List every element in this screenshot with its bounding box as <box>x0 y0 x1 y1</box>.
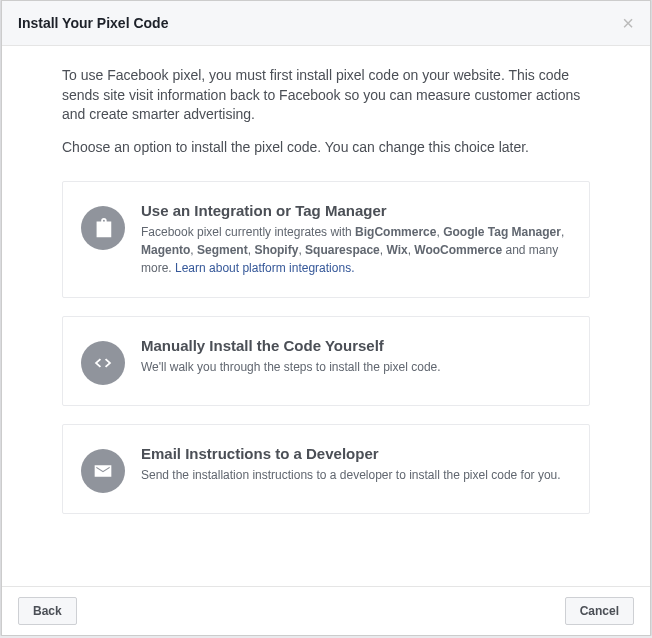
modal-body: To use Facebook pixel, you must first in… <box>2 46 650 586</box>
option-content: Manually Install the Code Yourself We'll… <box>141 337 441 376</box>
modal-title: Install Your Pixel Code <box>18 15 168 31</box>
learn-integrations-link[interactable]: Learn about platform integrations. <box>175 261 354 275</box>
shopping-bag-icon <box>81 206 125 250</box>
option-content: Use an Integration or Tag Manager Facebo… <box>141 202 571 277</box>
close-icon: × <box>622 12 634 34</box>
close-button[interactable]: × <box>622 13 634 33</box>
option-email[interactable]: Email Instructions to a Developer Send t… <box>62 424 590 514</box>
intro-text: To use Facebook pixel, you must first in… <box>62 66 590 125</box>
option-title: Use an Integration or Tag Manager <box>141 202 571 219</box>
option-description: We'll walk you through the steps to inst… <box>141 358 441 376</box>
back-button[interactable]: Back <box>18 597 77 625</box>
option-integration[interactable]: Use an Integration or Tag Manager Facebo… <box>62 181 590 298</box>
option-description: Send the installation instructions to a … <box>141 466 561 484</box>
cancel-button[interactable]: Cancel <box>565 597 634 625</box>
modal-header: Install Your Pixel Code × <box>2 1 650 46</box>
modal-footer: Back Cancel <box>2 586 650 635</box>
option-manual[interactable]: Manually Install the Code Yourself We'll… <box>62 316 590 406</box>
code-icon <box>81 341 125 385</box>
install-pixel-modal: Install Your Pixel Code × To use Faceboo… <box>1 0 651 636</box>
option-title: Manually Install the Code Yourself <box>141 337 441 354</box>
option-title: Email Instructions to a Developer <box>141 445 561 462</box>
mail-icon <box>81 449 125 493</box>
option-description: Facebook pixel currently integrates with… <box>141 223 571 277</box>
option-content: Email Instructions to a Developer Send t… <box>141 445 561 484</box>
subintro-text: Choose an option to install the pixel co… <box>62 139 590 155</box>
